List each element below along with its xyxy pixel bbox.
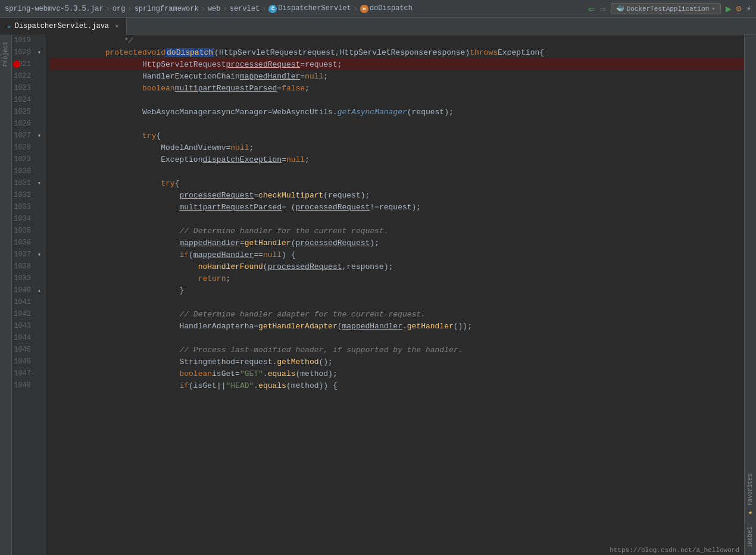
favorites-label[interactable]: Favorites — [747, 474, 754, 506]
navigate-back-icon[interactable]: ⇐ — [588, 2, 595, 15]
gutter-1027: 1027 ▾ — [12, 130, 44, 142]
line-num-1025: 1025 — [12, 108, 36, 116]
gutter-1039: 1039 — [12, 272, 44, 284]
status-bar: https://blog.csdn.net/a_helloword — [605, 545, 744, 555]
fold-1040: ▴ — [36, 287, 43, 294]
tab-file-icon: ☕ — [7, 22, 11, 30]
gutter-1032: 1032 — [12, 189, 44, 201]
code-line-1026 — [49, 118, 744, 130]
gutter-1034: 1034 — [12, 213, 44, 225]
gutter-1031: 1031 ▾ — [12, 177, 44, 189]
line-num-1029: 1029 — [12, 155, 36, 164]
line-num-1032: 1032 — [12, 191, 36, 199]
project-label[interactable]: Project — [2, 42, 9, 67]
line-num-1043: 1043 — [12, 322, 36, 330]
code-line-1025: WebAsyncManager asyncManager = WebAsyncU… — [49, 106, 744, 118]
breadcrumb-servlet[interactable]: servlet — [230, 5, 260, 13]
line-num-1034: 1034 — [12, 215, 36, 223]
left-sidebar: Project — [0, 35, 12, 555]
line-num-1019: 1019 — [12, 36, 36, 45]
method-gethandleradapter: getHandlerAdapter — [258, 322, 338, 331]
breakpoint-1021[interactable] — [13, 61, 20, 68]
code-line-1040: } — [49, 284, 744, 296]
navigate-forward-icon[interactable]: ⇒ — [599, 2, 606, 15]
gutter-1035: 1035 — [12, 225, 44, 237]
gutter-1040: 1040 ▴ — [12, 284, 44, 296]
tab-bar: ☕ DispatcherServlet.java ✕ — [0, 18, 756, 35]
kw-return-1039: return — [198, 274, 226, 283]
code-editor[interactable]: */ protected void doDispatch ( HttpServl… — [45, 35, 744, 555]
code-line-1033: multipartRequestParsed = ( processedRequ… — [49, 201, 744, 213]
debug-button[interactable]: ⚙ — [736, 3, 742, 14]
jrebel-label[interactable]: JRebel — [747, 526, 754, 548]
gutter-1025: 1025 — [12, 106, 44, 118]
code-line-1029: Exception dispatchException = null ; — [49, 153, 744, 165]
kw-try-1027: try — [142, 131, 156, 140]
code-line-1045: // Process last-modified header, if supp… — [49, 344, 744, 356]
breadcrumb-bar: spring-webmvc-5.3.5.jar › org › springfr… — [0, 0, 756, 18]
gutter-1042: 1042 — [12, 308, 44, 320]
gutter-1037: 1037 ▾ — [12, 249, 44, 261]
coverage-button[interactable]: ⚡ — [746, 4, 751, 14]
line-num-1038: 1038 — [12, 262, 36, 271]
gutter-1036: 1036 — [12, 237, 44, 249]
breadcrumb-springframework[interactable]: springframework — [135, 5, 199, 13]
breadcrumb-dispatcherservlet[interactable]: CDispatcherServlet — [268, 4, 351, 13]
docker-icon: 🐳 — [616, 5, 624, 12]
gutter-1030: 1030 — [12, 165, 44, 177]
line-num-1024: 1024 — [12, 96, 36, 104]
gutter-1046: 1046 — [12, 356, 44, 368]
tab-dispatcherservlet[interactable]: ☕ DispatcherServlet.java ✕ — [0, 18, 127, 35]
kw-void: void — [147, 48, 165, 57]
line-num-1028: 1028 — [12, 143, 36, 152]
code-line-1039: return ; — [49, 272, 744, 284]
run-config-label: DockerTestApplication — [627, 5, 710, 12]
code-line-1032: processedRequest = checkMultipart (reque… — [49, 189, 744, 201]
code-line-1030 — [49, 165, 744, 177]
code-line-1038: noHandlerFound ( processedRequest , resp… — [49, 261, 744, 272]
breadcrumb-sep-5: › — [354, 5, 358, 13]
run-button[interactable]: ▶ — [726, 3, 732, 15]
code-line-1034 — [49, 213, 744, 225]
code-line-1037: if ( mappedHandler == null ) { — [49, 249, 744, 261]
breadcrumb-sep-4: › — [262, 5, 266, 13]
breadcrumb-org[interactable]: org — [113, 5, 126, 13]
line-num-1042: 1042 — [12, 310, 36, 318]
line-num-1020: 1020 — [12, 48, 36, 57]
method-checkmultipart: checkMultipart — [258, 191, 323, 200]
gutter-1021[interactable]: 1021 — [12, 58, 44, 70]
method-dodispatch-highlighted: doDispatch — [165, 48, 214, 57]
run-config-selector[interactable]: 🐳 DockerTestApplication ▾ — [611, 3, 721, 14]
code-line-1048: if ( isGet || "HEAD" . equals (method)) … — [49, 380, 744, 391]
fold-1037: ▾ — [36, 251, 43, 258]
var-processedrequest-1032: processedRequest — [179, 191, 254, 200]
gutter-1022: 1022 — [12, 70, 44, 82]
code-line-1022: HandlerExecutionChain mappedHandler = nu… — [49, 70, 744, 82]
line-num-1047: 1047 — [12, 369, 36, 378]
gutter-1026: 1026 — [12, 118, 44, 130]
gutter-1038: 1038 — [12, 261, 44, 272]
method-getasyncmanager: getAsyncManager — [338, 108, 407, 117]
gutter-1033: 1033 — [12, 201, 44, 213]
fold-1020: ▾ — [36, 49, 43, 56]
tab-label: DispatcherServlet.java — [15, 22, 109, 30]
breadcrumb-jar[interactable]: spring-webmvc-5.3.5.jar — [5, 5, 104, 13]
line-num-1048: 1048 — [12, 381, 36, 390]
favorites-star-icon: ★ — [748, 508, 752, 517]
method-nohandlerfound: noHandlerFound — [198, 262, 263, 271]
var-processedrequest-1021: processedRequest — [226, 60, 300, 69]
line-num-1040: 1040 — [12, 286, 36, 294]
gutter-1029: 1029 — [12, 153, 44, 165]
method-gethandler: getHandler — [245, 239, 291, 247]
code-line-1035: // Determine handler for the current req… — [49, 225, 744, 237]
code-line-1024 — [49, 94, 744, 106]
gutter-1041: 1041 — [12, 296, 44, 308]
status-url: https://blog.csdn.net/a_helloword — [610, 547, 739, 554]
breadcrumb-dodispatch[interactable]: mdoDispatch — [360, 4, 413, 13]
breadcrumb-sep-2: › — [201, 5, 205, 13]
gutter-1019: 1019 — [12, 35, 44, 46]
breadcrumb-web[interactable]: web — [208, 5, 221, 13]
fold-1027: ▾ — [36, 132, 43, 139]
kw-protected: protected — [105, 48, 147, 57]
tab-close-button[interactable]: ✕ — [115, 22, 119, 30]
